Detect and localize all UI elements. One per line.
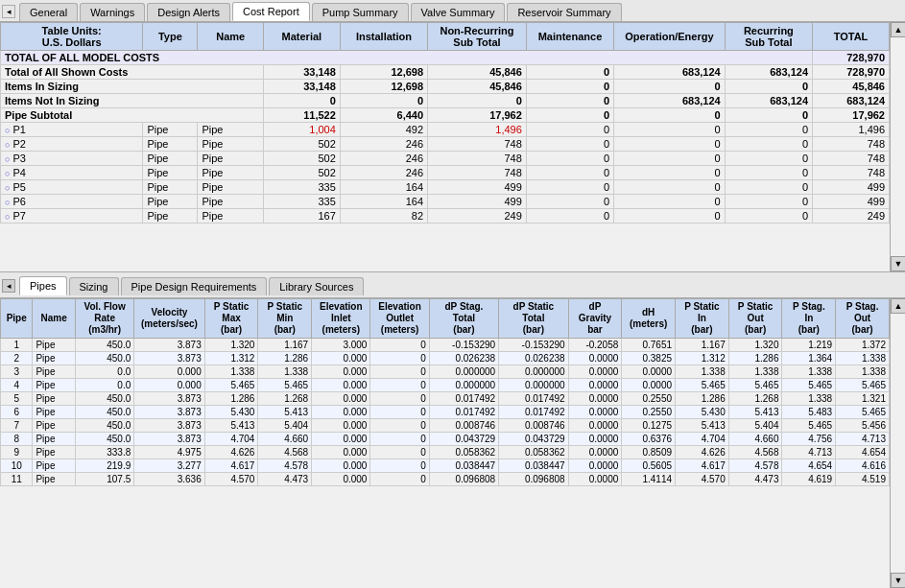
cell-volflow-6: 450.0 bbox=[75, 406, 133, 419]
items-not-sizing-install: 0 bbox=[340, 94, 427, 108]
cell-pstatin-10: 4.617 bbox=[676, 459, 729, 473]
cell-volflow-8: 450.0 bbox=[75, 433, 133, 446]
p1-label: ○ P1 bbox=[1, 123, 143, 137]
scroll-down-btn[interactable]: ▼ bbox=[891, 256, 905, 271]
items-not-sizing-nonrec: 0 bbox=[428, 94, 527, 108]
tab-pipes[interactable]: Pipes bbox=[19, 276, 67, 295]
scroll-up-btn[interactable]: ▲ bbox=[891, 22, 905, 37]
pipe-col-elevin: ElevationInlet(meters) bbox=[312, 299, 370, 339]
p5-type: Pipe bbox=[143, 180, 198, 195]
p5-name: Pipe bbox=[198, 180, 263, 195]
p3-rec: 0 bbox=[725, 152, 812, 166]
cell-dh-8: 0.6376 bbox=[622, 433, 676, 446]
cell-pstatmin-11: 4.473 bbox=[258, 473, 312, 486]
p2-type: Pipe bbox=[143, 137, 198, 152]
cell-velocity-2: 3.873 bbox=[134, 352, 204, 365]
pipe-row-11: 11 Pipe 107.5 3.636 4.570 4.473 0.000 0 … bbox=[1, 473, 890, 486]
cell-name-11: Pipe bbox=[33, 473, 76, 486]
p4-nonrec: 748 bbox=[428, 166, 527, 180]
p4-install: 246 bbox=[340, 166, 427, 180]
tab-reservoir-summary[interactable]: Reservoir Summary bbox=[507, 3, 621, 21]
cell-dpstagttl-3: 0.000000 bbox=[429, 365, 498, 379]
cell-pstatmin-10: 4.578 bbox=[258, 459, 312, 473]
row-total-all: TOTAL OF ALL MODEL COSTS 728,970 bbox=[1, 51, 890, 65]
p2-rec: 0 bbox=[725, 137, 812, 152]
tab-general[interactable]: General bbox=[19, 3, 78, 21]
cell-velocity-10: 3.277 bbox=[134, 459, 204, 473]
p2-install: 246 bbox=[340, 137, 427, 152]
pipe-col-pstatmin: P StaticMin(bar) bbox=[258, 299, 312, 339]
p5-material: 335 bbox=[263, 180, 340, 195]
p1-maint: 0 bbox=[526, 123, 613, 137]
cell-pstatmin-8: 4.660 bbox=[258, 433, 312, 446]
cell-name-6: Pipe bbox=[33, 406, 76, 419]
cell-name-7: Pipe bbox=[33, 419, 76, 433]
tab-pump-summary[interactable]: Pump Summary bbox=[312, 3, 409, 21]
cell-name-2: Pipe bbox=[33, 352, 76, 365]
tab-valve-summary[interactable]: Valve Summary bbox=[411, 3, 506, 21]
tab-library-sources[interactable]: Library Sources bbox=[269, 277, 364, 295]
cell-dpstatttl-1: -0.153290 bbox=[499, 339, 568, 352]
total-shown-label: Total of All Shown Costs bbox=[1, 65, 264, 80]
p3-maint: 0 bbox=[526, 152, 613, 166]
cell-dpgrav-4: 0.0000 bbox=[568, 379, 622, 392]
p7-label: ○ P7 bbox=[1, 209, 143, 223]
cell-pstatmax-4: 5.465 bbox=[204, 379, 258, 392]
cell-pstaghin-10: 4.654 bbox=[782, 459, 836, 473]
total-all-value: 728,970 bbox=[813, 51, 890, 65]
row-p2: ○ P2 Pipe Pipe 502 246 748 0 0 0 748 bbox=[1, 137, 890, 152]
cell-dh-2: 0.3825 bbox=[622, 352, 676, 365]
collapse-bottom-icon[interactable]: ◂ bbox=[2, 279, 15, 293]
lower-scroll-up-btn[interactable]: ▲ bbox=[891, 298, 905, 314]
upper-table-scroll[interactable]: Table Units: U.S. Dollars Type Name Mate… bbox=[0, 22, 890, 271]
tab-design-alerts[interactable]: Design Alerts bbox=[147, 3, 230, 21]
cell-name-9: Pipe bbox=[33, 446, 76, 459]
lower-table-scroll[interactable]: Pipe Name Vol. FlowRate(m3/hr) Velocity(… bbox=[0, 298, 890, 588]
items-not-sizing-material: 0 bbox=[263, 94, 340, 108]
lower-scroll-down-btn[interactable]: ▼ bbox=[891, 573, 905, 588]
cell-pstatmin-6: 5.413 bbox=[258, 406, 312, 419]
cell-dpgrav-9: 0.0000 bbox=[568, 446, 622, 459]
p3-install: 246 bbox=[340, 152, 427, 166]
total-shown-nonrec: 45,846 bbox=[428, 65, 527, 80]
cell-volflow-3: 0.0 bbox=[75, 365, 133, 379]
p6-nonrec: 499 bbox=[428, 195, 527, 209]
p1-oper: 0 bbox=[614, 123, 726, 137]
items-not-sizing-rec: 683,124 bbox=[725, 94, 812, 108]
cell-id-3: 3 bbox=[1, 365, 33, 379]
row-p1: ○ P1 Pipe Pipe 1,004 492 1,496 0 0 0 1,4… bbox=[1, 123, 890, 137]
cell-dh-3: 0.0000 bbox=[622, 365, 676, 379]
bottom-tabs-bar: ◂ Pipes Sizing Pipe Design Requirements … bbox=[0, 271, 905, 298]
col-header-recurring: RecurringSub Total bbox=[725, 23, 812, 51]
tab-warnings[interactable]: Warnings bbox=[80, 3, 145, 21]
cell-name-5: Pipe bbox=[33, 392, 76, 406]
cell-pstatout-8: 4.660 bbox=[728, 433, 782, 446]
tab-cost-report[interactable]: Cost Report bbox=[232, 2, 310, 21]
p4-oper: 0 bbox=[614, 166, 726, 180]
col-header-installation: Installation bbox=[340, 23, 427, 51]
cell-dpstatttl-7: 0.008746 bbox=[499, 419, 568, 433]
pipe-row-4: 4 Pipe 0.0 0.000 5.465 5.465 0.000 0 0.0… bbox=[1, 379, 890, 392]
cell-pstatout-1: 1.320 bbox=[728, 339, 782, 352]
tab-pipe-design[interactable]: Pipe Design Requirements bbox=[121, 277, 268, 295]
cell-dpstagttl-4: 0.000000 bbox=[429, 379, 498, 392]
cell-elevout-5: 0 bbox=[370, 392, 429, 406]
col-header-units: Table Units: U.S. Dollars bbox=[1, 23, 143, 51]
cell-pstaghin-8: 4.756 bbox=[782, 433, 836, 446]
cell-pstatout-4: 5.465 bbox=[728, 379, 782, 392]
p7-nonrec: 249 bbox=[428, 209, 527, 223]
cell-dh-9: 0.8509 bbox=[622, 446, 676, 459]
p3-total: 748 bbox=[813, 152, 890, 166]
collapse-icon[interactable]: ◂ bbox=[2, 5, 15, 18]
pipe-col-dpstatttl: dP StaticTotal(bar) bbox=[499, 299, 568, 339]
p4-icon: ○ bbox=[5, 169, 10, 178]
cell-pstatout-5: 1.268 bbox=[728, 392, 782, 406]
cell-pstatin-1: 1.167 bbox=[676, 339, 729, 352]
cell-elevin-4: 0.000 bbox=[312, 379, 370, 392]
col-header-operation: Operation/Energy bbox=[614, 23, 726, 51]
tab-sizing[interactable]: Sizing bbox=[69, 277, 119, 295]
p7-maint: 0 bbox=[526, 209, 613, 223]
p6-type: Pipe bbox=[143, 195, 198, 209]
pipe-subtotal-oper: 0 bbox=[614, 108, 726, 123]
row-p3: ○ P3 Pipe Pipe 502 246 748 0 0 0 748 bbox=[1, 152, 890, 166]
